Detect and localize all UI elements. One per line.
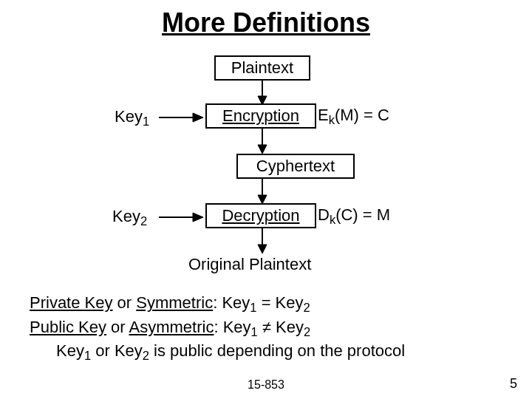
line-key-public: Key1 or Key2 is public depending on the … xyxy=(30,340,502,364)
cyphertext-label: Cyphertext xyxy=(256,157,335,175)
arrow-encryption-to-cyphertext xyxy=(257,129,267,154)
arrow-key2-to-decryption xyxy=(159,212,203,222)
arrow-decryption-to-original xyxy=(257,228,267,253)
encryption-box: Encryption xyxy=(205,103,316,129)
svg-marker-9 xyxy=(193,213,203,222)
decryption-label: Decryption xyxy=(222,206,299,225)
footer-page-number: 5 xyxy=(510,376,517,392)
svg-marker-11 xyxy=(258,245,267,253)
slide-title: More Definitions xyxy=(0,7,532,38)
footer-center: 15-853 xyxy=(0,378,532,392)
plaintext-box: Plaintext xyxy=(214,55,310,81)
svg-marker-5 xyxy=(258,145,267,154)
line-public-key: Public Key or Asymmetric: Key1 ≠ Key2 xyxy=(30,316,502,341)
line-private-key: Private Key or Symmetric: Key1 = Key2 xyxy=(30,292,502,316)
arrow-key1-to-encryption xyxy=(159,112,203,123)
decryption-formula: Dk(C) = M xyxy=(318,205,390,227)
decryption-box: Decryption xyxy=(205,203,316,228)
encryption-formula: Ek(M) = C xyxy=(318,106,389,127)
arrow-cyphertext-to-decryption xyxy=(257,179,267,204)
body-text: Private Key or Symmetric: Key1 = Key2 Pu… xyxy=(30,292,502,364)
slide: More Definitions Plaintext Key1 Encrypti… xyxy=(0,0,532,399)
key1-label: Key1 xyxy=(115,107,149,129)
arrow-plaintext-to-encryption xyxy=(257,80,267,105)
cyphertext-box: Cyphertext xyxy=(236,154,355,179)
key2-label: Key2 xyxy=(112,207,147,228)
plaintext-label: Plaintext xyxy=(231,58,293,77)
original-plaintext-label: Original Plaintext xyxy=(188,255,311,274)
encryption-label: Encryption xyxy=(222,106,299,125)
svg-marker-3 xyxy=(193,113,203,122)
